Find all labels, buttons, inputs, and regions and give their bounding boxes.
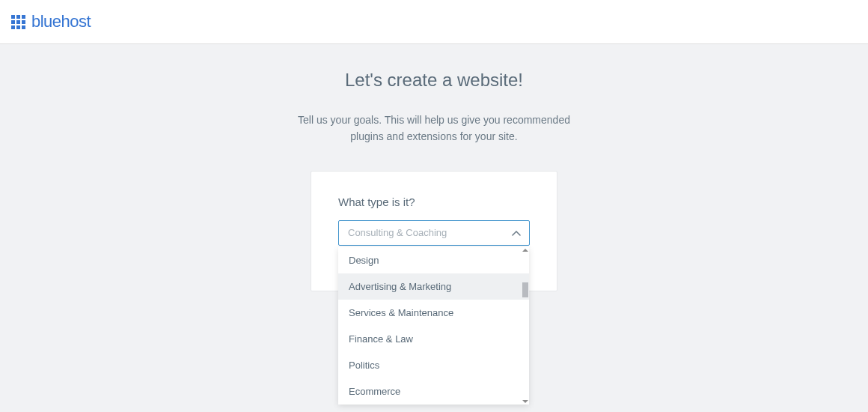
- type-select-wrap: Design Advertising & Marketing Services …: [338, 220, 530, 246]
- app-header: bluehost: [0, 0, 868, 44]
- dropdown-option[interactable]: Ecommerce: [338, 378, 529, 405]
- dropdown-option[interactable]: Advertising & Marketing: [338, 273, 529, 300]
- page-subtitle: Tell us your goals. This will help us gi…: [284, 112, 584, 145]
- type-select-input[interactable]: [338, 220, 530, 246]
- dropdown-option[interactable]: Finance & Law: [338, 326, 529, 352]
- type-field-label: What type is it?: [338, 196, 530, 208]
- dropdown-option[interactable]: Design: [338, 247, 529, 273]
- type-dropdown: Design Advertising & Marketing Services …: [338, 247, 529, 405]
- brand-name: bluehost: [31, 12, 91, 31]
- main-content: Let's create a website! Tell us your goa…: [0, 44, 868, 291]
- logo-grid-icon: [11, 15, 25, 29]
- dropdown-option[interactable]: Services & Maintenance: [338, 300, 529, 326]
- scroll-thumb[interactable]: [522, 282, 528, 297]
- scroll-down-arrow-icon: [522, 400, 528, 403]
- scroll-up-arrow-icon: [522, 249, 528, 252]
- onboarding-card: What type is it? Design Advertising & Ma…: [311, 171, 557, 291]
- dropdown-scrollbar[interactable]: [522, 249, 528, 403]
- page-title: Let's create a website!: [0, 70, 868, 91]
- dropdown-option[interactable]: Politics: [338, 352, 529, 378]
